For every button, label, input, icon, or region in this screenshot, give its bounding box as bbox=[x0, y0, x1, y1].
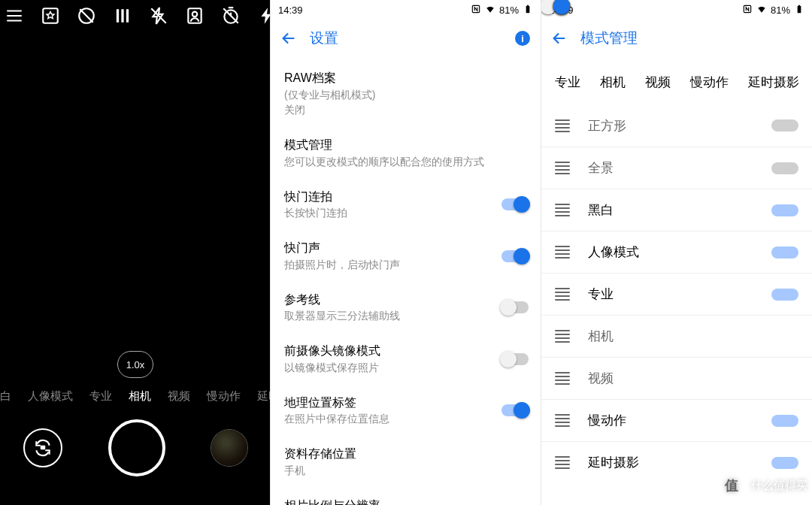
toggle[interactable] bbox=[501, 404, 529, 416]
status-battery: 81% bbox=[499, 5, 519, 16]
flash-auto-icon[interactable] bbox=[257, 6, 271, 29]
settings-row-subtitle: (仅专业与相机模式) bbox=[284, 88, 527, 102]
camera-mode-item[interactable]: 白 bbox=[0, 389, 11, 404]
burst-icon[interactable] bbox=[113, 6, 132, 29]
settings-row[interactable]: 模式管理您可以更改模式的顺序以配合您的使用方式 bbox=[271, 127, 541, 178]
filter-off-icon[interactable] bbox=[77, 6, 96, 29]
watermark-badge: 值 bbox=[717, 470, 747, 500]
toggle[interactable] bbox=[771, 162, 798, 174]
portrait-icon[interactable] bbox=[185, 6, 205, 29]
battery-icon bbox=[794, 4, 804, 17]
mode-row[interactable]: 黑白 bbox=[541, 189, 812, 231]
timer-off-icon[interactable] bbox=[221, 6, 241, 29]
drag-handle-icon[interactable] bbox=[555, 119, 570, 132]
settings-row-title: 地理位置标签 bbox=[284, 395, 527, 411]
back-button[interactable] bbox=[278, 28, 299, 49]
drag-handle-icon[interactable] bbox=[555, 204, 570, 216]
camera-mode-item[interactable]: 相机 bbox=[129, 389, 151, 404]
drag-handle-icon[interactable] bbox=[555, 456, 570, 469]
nfc-icon bbox=[742, 4, 753, 17]
camera-bottom-bar bbox=[0, 418, 270, 478]
drag-handle-icon[interactable] bbox=[555, 414, 570, 427]
drag-handle-icon[interactable] bbox=[555, 246, 570, 259]
drag-handle-icon[interactable] bbox=[555, 162, 570, 174]
mode-row-label: 视频 bbox=[588, 370, 798, 387]
mode-tab[interactable]: 慢动作 bbox=[690, 74, 729, 91]
mode-list: 正方形全景黑白人像模式专业相机视频慢动作延时摄影 bbox=[541, 104, 812, 483]
shutter-button[interactable] bbox=[108, 419, 165, 476]
settings-row-title: 模式管理 bbox=[284, 137, 527, 153]
svg-point-3 bbox=[192, 12, 198, 17]
mode-row-label: 全景 bbox=[588, 159, 771, 177]
app-bar: 设置 i bbox=[271, 20, 541, 57]
switch-camera-button[interactable] bbox=[23, 428, 62, 467]
camera-screen: 1.0x 白人像模式专业相机视频慢动作延时 bbox=[0, 0, 271, 505]
svg-rect-11 bbox=[798, 5, 800, 5]
drag-handle-icon[interactable] bbox=[555, 372, 570, 385]
mode-tab[interactable]: 延时摄影 bbox=[748, 74, 799, 91]
mode-tab[interactable]: 专业 bbox=[555, 74, 580, 91]
page-title: 模式管理 bbox=[580, 29, 638, 48]
settings-row-title: RAW档案 bbox=[284, 70, 527, 86]
camera-mode-item[interactable]: 延时 bbox=[257, 389, 270, 404]
mode-row[interactable]: 专业 bbox=[541, 273, 812, 315]
wifi-icon bbox=[485, 4, 495, 17]
mode-row-label: 慢动作 bbox=[588, 412, 771, 429]
camera-mode-strip[interactable]: 白人像模式专业相机视频慢动作延时 bbox=[0, 389, 270, 404]
settings-row[interactable]: 快门连拍长按快门连拍 bbox=[271, 179, 541, 230]
watermark: 值 什么值得买 bbox=[717, 470, 807, 500]
toggle[interactable] bbox=[771, 289, 798, 301]
gallery-star-icon[interactable] bbox=[41, 6, 60, 29]
mode-tab[interactable]: 视频 bbox=[645, 74, 671, 91]
toggle[interactable] bbox=[771, 415, 798, 427]
back-button[interactable] bbox=[549, 28, 570, 49]
settings-row[interactable]: RAW档案(仅专业与相机模式)关闭 bbox=[271, 60, 541, 127]
settings-row[interactable]: 相片比例与分辨率为后置相机和前置相机设置照片和视频的纵横比和分辨率 bbox=[271, 488, 541, 505]
mode-row[interactable]: 视频 bbox=[541, 357, 812, 399]
menu-icon[interactable] bbox=[5, 6, 24, 29]
toggle[interactable] bbox=[771, 204, 798, 216]
svg-rect-5 bbox=[40, 446, 45, 449]
settings-screen: 14:39 81% 设置 i RAW档案(仅专业与相机模式)关闭模式管理您可以更… bbox=[271, 0, 541, 505]
status-bar: 14:39 81% bbox=[271, 0, 541, 20]
drag-handle-icon[interactable] bbox=[555, 330, 570, 343]
toggle[interactable] bbox=[771, 119, 798, 132]
mode-row[interactable]: 人像模式 bbox=[541, 231, 812, 273]
toggle[interactable] bbox=[771, 246, 798, 259]
toggle[interactable] bbox=[501, 198, 529, 210]
mode-row[interactable]: 相机 bbox=[541, 315, 812, 357]
settings-row-subtitle: 手机 bbox=[284, 464, 527, 478]
zoom-badge[interactable]: 1.0x bbox=[117, 351, 153, 378]
toggle[interactable] bbox=[501, 353, 529, 365]
mode-row-label: 专业 bbox=[588, 286, 771, 303]
drag-handle-icon[interactable] bbox=[555, 288, 570, 301]
status-bar: 14:39 81% bbox=[541, 0, 812, 20]
toggle[interactable] bbox=[501, 301, 529, 313]
wifi-icon bbox=[756, 4, 767, 17]
info-button[interactable]: i bbox=[515, 31, 530, 46]
mode-tab[interactable]: 相机 bbox=[600, 74, 626, 91]
last-photo-thumbnail[interactable] bbox=[211, 430, 247, 466]
settings-row[interactable]: 地理位置标签在照片中保存位置信息 bbox=[271, 385, 541, 436]
camera-mode-item[interactable]: 专业 bbox=[89, 389, 112, 404]
toggle[interactable] bbox=[501, 250, 529, 262]
settings-row[interactable]: 前摄像头镜像模式以镜像模式保存照片 bbox=[271, 333, 541, 384]
camera-mode-item[interactable]: 视频 bbox=[168, 389, 190, 404]
mode-row[interactable]: 正方形 bbox=[541, 104, 812, 147]
camera-mode-item[interactable]: 人像模式 bbox=[28, 389, 73, 404]
toggle[interactable] bbox=[771, 457, 798, 469]
mode-row[interactable]: 慢动作 bbox=[541, 399, 812, 441]
svg-rect-7 bbox=[526, 5, 530, 12]
flash-off-icon[interactable] bbox=[149, 6, 168, 29]
settings-list: RAW档案(仅专业与相机模式)关闭模式管理您可以更改模式的顺序以配合您的使用方式… bbox=[271, 57, 541, 505]
mode-row-label: 相机 bbox=[588, 328, 798, 345]
camera-mode-item[interactable]: 慢动作 bbox=[207, 389, 241, 404]
settings-row-subtitle: 取景器显示三分法辅助线 bbox=[284, 309, 527, 323]
settings-row[interactable]: 快门声拍摄照片时，启动快门声 bbox=[271, 230, 541, 281]
settings-row[interactable]: 参考线取景器显示三分法辅助线 bbox=[271, 282, 541, 333]
settings-row-subtitle: 长按快门连拍 bbox=[284, 206, 527, 220]
nfc-icon bbox=[471, 4, 481, 17]
mode-row[interactable]: 全景 bbox=[541, 147, 812, 189]
settings-row-title: 相片比例与分辨率 bbox=[284, 497, 527, 505]
settings-row[interactable]: 资料存储位置手机 bbox=[271, 436, 541, 487]
